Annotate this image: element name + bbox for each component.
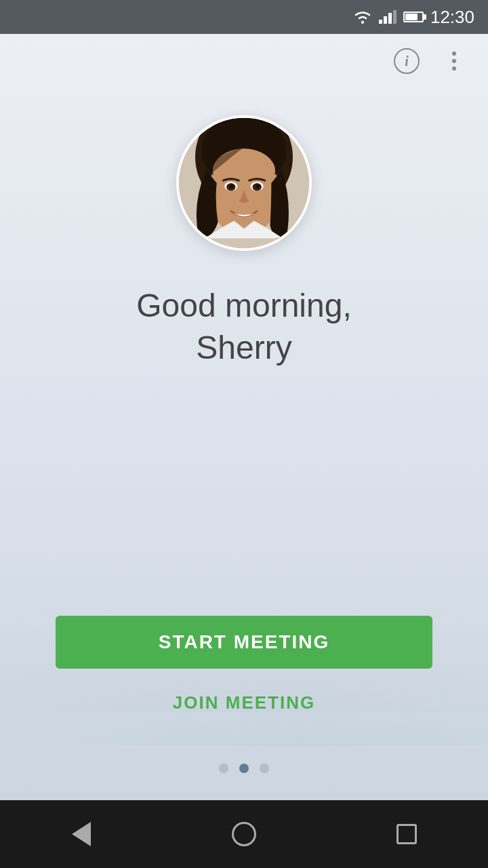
main-content: i [0, 34, 488, 800]
svg-point-0 [361, 21, 364, 24]
recents-icon [396, 824, 417, 844]
start-meeting-button[interactable]: START MEETING [56, 616, 432, 669]
info-button[interactable]: i [393, 47, 420, 75]
recents-button[interactable] [386, 814, 427, 854]
home-icon [232, 822, 256, 846]
greeting-section: Good morning, Sherry [136, 285, 352, 370]
page-indicators [219, 764, 269, 773]
page-indicator-1[interactable] [239, 764, 249, 773]
user-name: Sherry [196, 330, 291, 366]
svg-rect-1 [379, 20, 382, 24]
page-indicator-2[interactable] [260, 764, 269, 773]
wifi-icon [353, 9, 372, 24]
svg-point-10 [213, 149, 275, 194]
status-time: 12:30 [430, 7, 474, 28]
svg-point-16 [256, 184, 260, 189]
back-button[interactable] [61, 814, 102, 854]
more-menu-button[interactable] [441, 47, 468, 75]
avatar [176, 115, 312, 251]
back-icon [72, 822, 91, 846]
more-dots-icon [452, 52, 456, 71]
join-meeting-button[interactable]: JOIN MEETING [56, 682, 432, 723]
svg-rect-2 [384, 16, 387, 24]
status-bar: 12:30 [0, 0, 488, 34]
svg-rect-4 [393, 10, 396, 24]
avatar-image [179, 115, 309, 251]
info-icon: i [394, 48, 420, 74]
toolbar: i [0, 34, 488, 88]
svg-rect-3 [388, 13, 392, 24]
avatar-container [176, 115, 312, 251]
status-icons: 12:30 [353, 7, 474, 28]
greeting-text: Good morning, Sherry [136, 285, 352, 370]
buttons-area: START MEETING JOIN MEETING [0, 616, 488, 723]
page-indicator-0[interactable] [219, 764, 228, 773]
home-button[interactable] [224, 814, 264, 854]
battery-icon [403, 12, 424, 22]
nav-bar [0, 800, 488, 868]
svg-point-15 [230, 184, 234, 189]
signal-icon [379, 10, 396, 24]
